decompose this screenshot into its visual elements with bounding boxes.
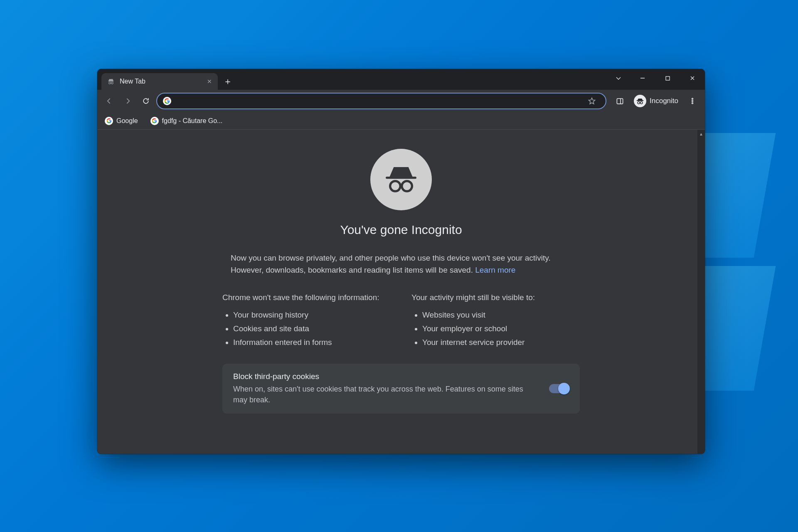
incognito-chip-label: Incognito xyxy=(650,97,678,105)
svg-point-9 xyxy=(692,103,693,104)
svg-point-7 xyxy=(692,98,693,99)
bookmark-label: fgdfg - Căutare Go... xyxy=(162,117,223,125)
cookie-card-description: When on, sites can't use cookies that tr… xyxy=(233,384,537,405)
omnibox-input[interactable] xyxy=(176,97,579,106)
bookmark-item[interactable]: Google xyxy=(102,115,140,127)
block-cookies-toggle[interactable] xyxy=(549,384,569,393)
incognito-avatar-icon xyxy=(634,95,646,107)
toolbar: Incognito xyxy=(97,90,705,112)
side-panel-button[interactable] xyxy=(611,93,628,109)
bookmark-star-icon[interactable] xyxy=(584,93,600,109)
close-window-button[interactable] xyxy=(680,69,705,87)
svg-point-1 xyxy=(111,82,113,84)
cookie-card-title: Block third-party cookies xyxy=(233,372,537,381)
forward-button[interactable] xyxy=(120,93,135,109)
back-button[interactable] xyxy=(101,93,117,109)
google-favicon-icon xyxy=(105,117,113,125)
list-item: Cookies and site data xyxy=(233,322,391,335)
menu-button[interactable] xyxy=(684,93,701,109)
search-engine-icon xyxy=(163,97,171,105)
svg-rect-2 xyxy=(666,76,670,80)
page-title: You've gone Incognito xyxy=(340,223,462,237)
reload-button[interactable] xyxy=(138,93,154,109)
incognito-icon xyxy=(107,78,115,85)
svg-point-6 xyxy=(640,102,643,104)
wont-save-title: Chrome won't save the following informat… xyxy=(222,293,391,302)
svg-point-5 xyxy=(638,102,640,104)
scrollbar[interactable]: ▲ xyxy=(697,130,705,454)
google-favicon-icon xyxy=(150,117,159,125)
minimize-button[interactable] xyxy=(630,69,655,87)
address-bar[interactable] xyxy=(156,93,606,109)
page-content: ▲ You've gone Incognito Now you can brow… xyxy=(97,130,705,454)
list-item: Your employer or school xyxy=(422,322,580,335)
profile-incognito-button[interactable]: Incognito xyxy=(631,93,682,109)
bookmark-label: Google xyxy=(116,117,138,125)
svg-rect-10 xyxy=(386,177,416,179)
incognito-hero-icon xyxy=(370,149,432,210)
scrollbar-up-icon[interactable]: ▲ xyxy=(697,131,705,137)
list-item: Your internet service provider xyxy=(422,335,580,349)
svg-point-11 xyxy=(390,181,401,192)
maximize-button[interactable] xyxy=(655,69,680,87)
bookmark-item[interactable]: fgdfg - Căutare Go... xyxy=(148,115,225,127)
intro-text: Now you can browse privately, and other … xyxy=(231,252,571,276)
svg-point-8 xyxy=(692,101,693,102)
new-tab-button[interactable]: ＋ xyxy=(220,74,235,89)
svg-point-0 xyxy=(109,82,111,84)
tab-title: New Tab xyxy=(120,78,202,85)
toggle-knob-icon xyxy=(558,383,570,394)
svg-point-12 xyxy=(402,181,412,192)
svg-rect-3 xyxy=(617,99,623,104)
block-cookies-card: Block third-party cookies When on, sites… xyxy=(222,364,580,414)
learn-more-link[interactable]: Learn more xyxy=(475,266,515,274)
bookmarks-bar: Google fgdfg - Căutare Go... xyxy=(97,112,705,130)
list-item: Information entered in forms xyxy=(233,335,391,349)
close-tab-icon[interactable]: ✕ xyxy=(207,78,212,85)
svg-rect-4 xyxy=(637,100,644,101)
window-controls xyxy=(607,69,705,87)
tab-search-button[interactable] xyxy=(607,69,630,87)
list-item: Your browsing history xyxy=(233,308,391,322)
chrome-window: New Tab ✕ ＋ xyxy=(97,69,705,454)
visible-to-title: Your activity might still be visible to: xyxy=(411,293,580,302)
tab-strip: New Tab ✕ ＋ xyxy=(97,69,705,90)
list-item: Websites you visit xyxy=(422,308,580,322)
tab-active[interactable]: New Tab ✕ xyxy=(101,73,218,90)
